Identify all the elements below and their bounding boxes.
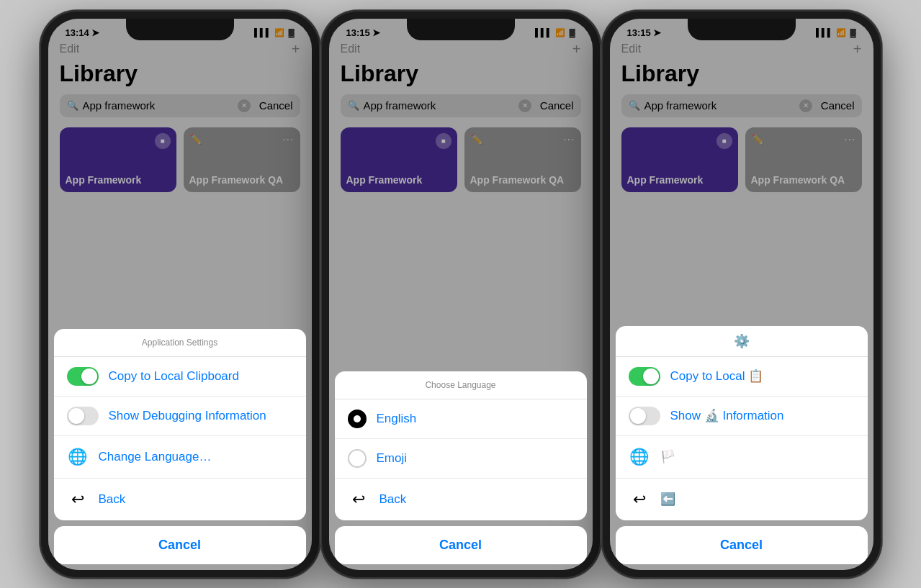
cancel-button-2[interactable]: Cancel bbox=[439, 538, 482, 552]
choose-language-header: Choose Language bbox=[335, 371, 587, 399]
copy-to-local-item-3[interactable]: Copy to Local 📋 bbox=[616, 357, 868, 397]
phone-1: 13:14 ➤ ▌▌▌ 📶 ▓ Edit + Library 🔍 App fra… bbox=[40, 10, 320, 579]
back-item-3[interactable]: ↩ ⬅️ bbox=[616, 479, 868, 520]
copy-to-local-item-1[interactable]: Copy to Local Clipboard bbox=[54, 357, 306, 397]
action-sheet-2: Choose Language English Emoji ↩ Back bbox=[335, 371, 587, 520]
back-label-2: Back bbox=[379, 492, 407, 507]
info-toggle-3[interactable] bbox=[629, 407, 660, 425]
back-label-1: Back bbox=[99, 492, 126, 507]
emoji-label: Emoji bbox=[377, 451, 408, 466]
cancel-sheet-3[interactable]: Cancel bbox=[616, 526, 868, 564]
back-icon-3: ↩ bbox=[629, 489, 650, 510]
cancel-sheet-1[interactable]: Cancel bbox=[54, 526, 306, 564]
globe-icon-1: 🌐 bbox=[67, 446, 89, 468]
change-language-label-1: Change Language… bbox=[99, 450, 212, 464]
phone-3-screen: 13:15 ➤ ▌▌▌ 📶 ▓ Edit + Library 🔍 App fra… bbox=[610, 19, 873, 570]
copy-to-local-label-3: Copy to Local 📋 bbox=[670, 368, 764, 384]
globe-label-3: 🏳️ bbox=[660, 449, 675, 464]
emoji-item[interactable]: Emoji bbox=[335, 439, 587, 479]
show-debugging-label-1: Show Debugging Information bbox=[109, 409, 266, 423]
english-radio[interactable] bbox=[348, 410, 367, 428]
action-sheet-3: ⚙️ Copy to Local 📋 Show 🔬 Information 🌐 bbox=[616, 326, 868, 520]
phones-container: 13:14 ➤ ▌▌▌ 📶 ▓ Edit + Library 🔍 App fra… bbox=[0, 10, 921, 579]
back-item-1[interactable]: ↩ Back bbox=[54, 479, 306, 520]
action-sheet-1: Application Settings Copy to Local Clipb… bbox=[54, 329, 306, 520]
copy-to-local-label-1: Copy to Local Clipboard bbox=[109, 369, 239, 384]
phone-2: 13:15 ➤ ▌▌▌ 📶 ▓ Edit + Library 🔍 App fra… bbox=[320, 10, 601, 579]
action-sheet-container-3: ⚙️ Copy to Local 📋 Show 🔬 Information 🌐 bbox=[610, 320, 873, 570]
back-icon-2: ↩ bbox=[348, 489, 369, 510]
copy-toggle-3[interactable] bbox=[629, 367, 660, 386]
phone-3: 13:15 ➤ ▌▌▌ 📶 ▓ Edit + Library 🔍 App fra… bbox=[601, 10, 882, 579]
debug-toggle-1[interactable] bbox=[67, 407, 99, 425]
action-sheet-container-2: Choose Language English Emoji ↩ Back bbox=[329, 366, 593, 570]
back-item-2[interactable]: ↩ Back bbox=[335, 479, 587, 520]
back-icon-1: ↩ bbox=[67, 489, 89, 510]
cancel-button-1[interactable]: Cancel bbox=[158, 538, 201, 552]
change-language-item-1[interactable]: 🌐 Change Language… bbox=[54, 436, 306, 479]
copy-toggle-1[interactable] bbox=[67, 367, 99, 386]
show-info-item-3[interactable]: Show 🔬 Information bbox=[616, 397, 868, 436]
back-label-3: ⬅️ bbox=[660, 492, 675, 507]
globe-icon-3: 🌐 bbox=[629, 446, 650, 468]
phone-2-screen: 13:15 ➤ ▌▌▌ 📶 ▓ Edit + Library 🔍 App fra… bbox=[329, 19, 593, 570]
cancel-button-3[interactable]: Cancel bbox=[720, 538, 763, 552]
english-label: English bbox=[377, 412, 417, 426]
action-sheet-container-1: Application Settings Copy to Local Clipb… bbox=[48, 323, 312, 570]
cancel-sheet-2[interactable]: Cancel bbox=[335, 526, 587, 564]
gear-header-3: ⚙️ bbox=[616, 326, 868, 357]
show-debugging-item-1[interactable]: Show Debugging Information bbox=[54, 397, 306, 436]
globe-item-3[interactable]: 🌐 🏳️ bbox=[616, 436, 868, 479]
emoji-radio[interactable] bbox=[348, 449, 367, 468]
show-info-label-3: Show 🔬 Information bbox=[670, 408, 784, 423]
english-item[interactable]: English bbox=[335, 399, 587, 439]
phone-1-screen: 13:14 ➤ ▌▌▌ 📶 ▓ Edit + Library 🔍 App fra… bbox=[48, 19, 312, 570]
action-sheet-header-1: Application Settings bbox=[54, 329, 306, 357]
